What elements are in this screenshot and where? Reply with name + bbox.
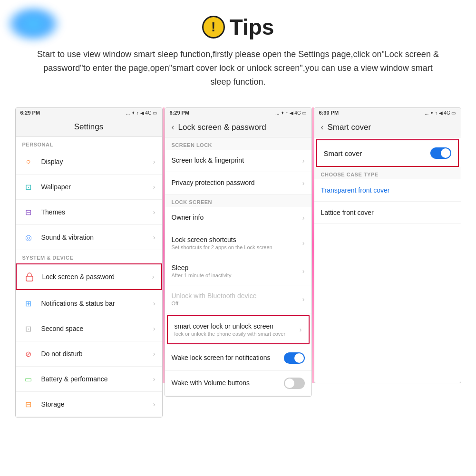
ls-smart-cover[interactable]: smart cover lock or unlock screen lock o… <box>167 315 310 344</box>
status-icons-2: ... ✦ ↑ ◀ 4G ▭ <box>275 110 307 116</box>
menu-lockscreen[interactable]: Lock screen & password › <box>16 263 162 290</box>
smartcover-page-header: ‹ Smart cover <box>314 117 461 137</box>
sc-label: Smart cover <box>324 149 430 157</box>
themes-chevron: › <box>153 208 155 216</box>
status-bar-3: 6:30 PM ... ✦ ↑ ◀ 4G ▭ <box>314 108 461 117</box>
ls-sleep-subtitle: After 1 minute of inactivity <box>172 272 302 278</box>
ls-wake-volume[interactable]: Wake with Volume buttons <box>165 371 311 396</box>
battery-icon: ▭ <box>22 373 35 385</box>
pink-divider-right <box>312 107 314 383</box>
pink-divider-left <box>163 107 165 383</box>
lockscreen-chevron: › <box>152 273 155 281</box>
status-icons-3: ... ✦ ↑ ◀ 4G ▭ <box>425 110 456 116</box>
sc-choice-transparent-label: Transparent front cover <box>321 186 390 194</box>
sc-toggle[interactable] <box>430 147 451 159</box>
battery-label: Battery & performance <box>41 375 153 383</box>
display-icon: ○ <box>22 155 35 168</box>
donotdisturb-chevron: › <box>153 350 155 358</box>
menu-themes[interactable]: ⊟ Themes › <box>16 200 162 225</box>
menu-battery[interactable]: ▭ Battery & performance › <box>16 367 162 392</box>
ls-bluetooth-unlock-subtitle: Off <box>172 301 302 306</box>
warning-icon: ! <box>202 16 225 39</box>
ls-screen-lock-fingerprint-chevron: › <box>302 157 305 165</box>
screen-lock-section: SCREEN LOCK <box>165 137 311 150</box>
donotdisturb-icon: ⊘ <box>22 348 35 360</box>
battery-chevron: › <box>153 375 155 383</box>
lockscreen-page-header: ‹ Lock screen & password <box>165 117 311 137</box>
menu-display[interactable]: ○ Display › <box>16 149 162 175</box>
lock-screen-section: LOCK SCREEN <box>165 194 311 207</box>
lock-icon <box>23 271 36 283</box>
ls-wake-volume-toggle[interactable] <box>284 378 305 389</box>
time-3: 6:30 PM <box>319 110 339 116</box>
ls-bluetooth-unlock: Unlock with Bluetooth device Off › <box>165 285 311 313</box>
sc-choice-lattice[interactable]: Lattice front cover <box>314 202 461 224</box>
sc-choice-transparent[interactable]: Transparent front cover <box>314 179 461 202</box>
ls-sleep-content: Sleep After 1 minute of inactivity <box>172 264 302 278</box>
ls-smart-cover-content: smart cover lock or unlock screen lock o… <box>175 322 300 337</box>
wallpaper-label: Wallpaper <box>41 183 153 191</box>
sound-chevron: › <box>153 233 155 241</box>
sound-icon: ◎ <box>22 231 35 243</box>
back-arrow-2[interactable]: ‹ <box>172 122 175 132</box>
lockscreen-page-title: Lock screen & password <box>178 123 266 132</box>
ls-screen-lock-fingerprint-content: Screen lock & fingerprint <box>172 156 302 165</box>
donotdisturb-label: Do not disturb <box>41 350 153 358</box>
ls-owner-info[interactable]: Owner info › <box>165 207 311 229</box>
ls-owner-info-content: Owner info <box>172 214 302 222</box>
ls-privacy-password-title: Privacy protection password <box>172 179 302 186</box>
ls-privacy-password-content: Privacy protection password <box>172 179 302 187</box>
storage-label: Storage <box>41 400 153 408</box>
wallpaper-chevron: › <box>153 183 155 191</box>
ls-smart-cover-subtitle: lock or unlock the phone easily with sma… <box>175 331 300 337</box>
menu-wallpaper[interactable]: ⊡ Wallpaper › <box>16 175 162 200</box>
svg-rect-0 <box>26 276 33 281</box>
secondspace-label: Second space <box>41 325 153 332</box>
phones-container: 6:29 PM ... ✦ ↑ ◀ 4G ▭ Settings PERSONAL… <box>0 98 476 427</box>
menu-storage[interactable]: ⊟ Storage › <box>16 392 162 417</box>
themes-label: Themes <box>41 208 153 216</box>
phone-lockscreen: 6:29 PM ... ✦ ↑ ◀ 4G ▭ ‹ Lock screen & p… <box>165 107 312 397</box>
ls-bluetooth-unlock-title: Unlock with Bluetooth device <box>172 292 302 300</box>
storage-icon: ⊟ <box>22 398 35 410</box>
sc-toggle-row[interactable]: Smart cover <box>316 139 459 167</box>
sc-choose-type-label: CHOOSE CASE TYPE <box>314 167 461 179</box>
menu-sound[interactable]: ◎ Sound & vibration › <box>16 225 162 250</box>
phone-settings: 6:29 PM ... ✦ ↑ ◀ 4G ▭ Settings PERSONAL… <box>15 107 163 418</box>
ls-shortcuts-subtitle: Set shortcuts for 2 apps on the Lock scr… <box>172 244 302 250</box>
smartcover-page-title: Smart cover <box>328 123 371 132</box>
ls-screen-lock-fingerprint-title: Screen lock & fingerprint <box>172 156 302 164</box>
ls-shortcuts-chevron: › <box>302 239 305 247</box>
wallpaper-icon: ⊡ <box>22 181 35 193</box>
ls-sleep-title: Sleep <box>172 264 302 272</box>
time-2: 6:29 PM <box>170 110 190 116</box>
menu-donotdisturb[interactable]: ⊘ Do not disturb › <box>16 341 162 367</box>
ls-bluetooth-unlock-content: Unlock with Bluetooth device Off <box>172 292 302 306</box>
display-label: Display <box>41 158 153 165</box>
menu-secondspace[interactable]: ⊡ Second space › <box>16 316 162 341</box>
secondspace-chevron: › <box>153 325 155 332</box>
ls-screen-lock-fingerprint[interactable]: Screen lock & fingerprint › <box>165 150 311 172</box>
ls-owner-info-title: Owner info <box>172 214 302 221</box>
ls-privacy-password[interactable]: Privacy protection password › <box>165 172 311 194</box>
ls-wake-volume-title: Wake with Volume buttons <box>172 379 284 387</box>
themes-icon: ⊟ <box>22 206 35 218</box>
back-arrow-3[interactable]: ‹ <box>321 122 324 132</box>
title-row: ! Tips <box>19 14 457 40</box>
ls-sleep[interactable]: Sleep After 1 minute of inactivity › <box>165 257 311 285</box>
ls-sleep-chevron: › <box>302 267 305 275</box>
sound-label: Sound & vibration <box>41 233 153 241</box>
section-system: SYSTEM & DEVICE <box>16 250 162 262</box>
menu-notifications[interactable]: ⊞ Notifications & status bar › <box>16 291 162 316</box>
ls-bluetooth-unlock-chevron: › <box>302 295 305 303</box>
ls-wake-notifications[interactable]: Wake lock screen for notifications <box>165 346 311 371</box>
ls-shortcuts[interactable]: Lock screen shortcuts Set shortcuts for … <box>165 229 311 257</box>
ls-wake-notifications-toggle[interactable] <box>284 352 305 364</box>
status-bar-1: 6:29 PM ... ✦ ↑ ◀ 4G ▭ <box>16 108 162 117</box>
ls-wake-volume-content: Wake with Volume buttons <box>172 379 284 388</box>
sc-choice-lattice-label: Lattice front cover <box>321 209 374 216</box>
ls-owner-info-chevron: › <box>302 214 305 222</box>
ls-smart-cover-chevron: › <box>300 326 302 333</box>
notifications-icon: ⊞ <box>22 297 35 310</box>
storage-chevron: › <box>153 400 155 408</box>
